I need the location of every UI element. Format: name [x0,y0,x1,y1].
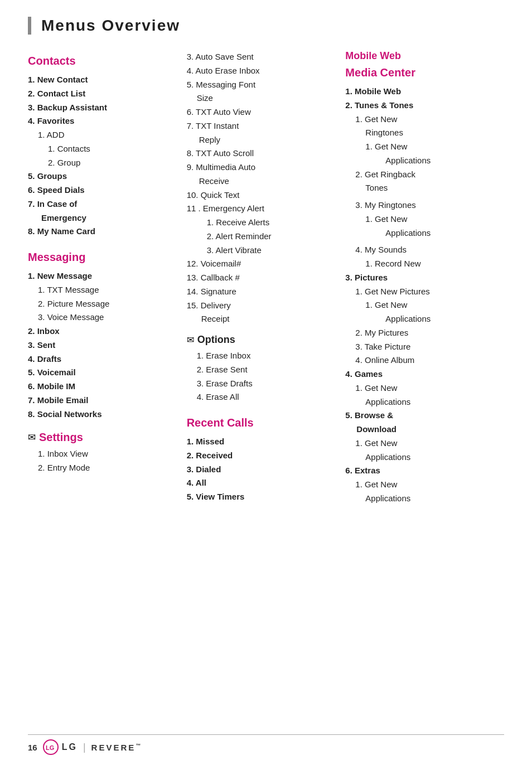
list-item: 2. Picture Message [28,297,176,311]
list-item: 13. Callback # [187,271,335,285]
list-item: 8. Social Networks [28,408,176,422]
list-item: 2. Contact List [28,87,176,101]
list-item: 3. Dialed [187,463,335,477]
list-item: 3. Pictures [345,271,493,285]
list-item: 1. Get NewRingtones [345,113,493,141]
settings-list: 1. Inbox View 2. Entry Mode [28,447,176,475]
recent-calls-section-title: Recent Calls [187,417,335,429]
media-center-list: 1. Mobile Web 2. Tunes & Tones 1. Get Ne… [345,85,493,506]
list-item: 3. Alert Vibrate [187,244,335,258]
page-title: Menus Overview [28,17,504,35]
list-item: 2. Inbox [28,325,176,338]
list-item: 12. Voicemail# [187,257,335,271]
list-item: 1. Get NewApplications [345,381,493,409]
settings-section-title: Settings [39,431,83,444]
list-item: 2. Get RingbackTones [345,168,493,196]
list-item: 4. Online Album [345,354,493,367]
list-item: 5. Voicemail [28,366,176,380]
brand-name-label: LG [62,742,78,752]
contacts-list: 1. New Contact 2. Contact List 3. Backup… [28,73,176,239]
list-item: 3. Voice Message [28,311,176,325]
list-item: 5. Browse &Download [345,409,493,437]
messaging-list: 1. New Message 1. TXT Message 2. Picture… [28,269,176,421]
lg-logo-icon: LG [43,739,59,755]
list-item: 3. My Ringtones [345,198,493,212]
list-item: 1. Record New [345,257,493,271]
list-item: 5. View Timers [187,490,335,504]
list-item: 7. Mobile Email [28,394,176,408]
list-item: 3. Take Picture [345,340,493,354]
list-item: 9. Multimedia AutoReceive [187,161,335,188]
list-item: 1. Get NewApplications [345,212,493,240]
list-item: 1. Receive Alerts [187,216,335,230]
list-item: 8. TXT Auto Scroll [187,147,335,161]
list-item: 2. Alert Reminder [187,230,335,244]
list-item: 1. Get New Pictures [345,285,493,299]
list-item: 4. Games [345,367,493,381]
list-item: 3. Erase Drafts [187,377,335,391]
list-item: 1. TXT Message [28,283,176,297]
list-item: 8. My Name Card [28,225,176,239]
settings-icon: ✉ [28,432,36,443]
options-list: 1. Erase Inbox 2. Erase Sent 3. Erase Dr… [187,349,335,404]
page-footer: 16 LG LG | REVERE™ [28,734,504,755]
list-item: 1. Get NewApplications [345,478,493,506]
column-2: 3. Auto Save Sent 4. Auto Erase Inbox 5.… [187,50,346,504]
list-item: 1. Get NewApplications [345,140,493,168]
messaging-cont-list: 3. Auto Save Sent 4. Auto Erase Inbox 5.… [187,50,335,326]
list-item: 6. TXT Auto View [187,105,335,119]
list-item: 2. Tunes & Tones [345,99,493,113]
model-name-label: REVERE™ [91,743,143,752]
options-icon: ✉ [187,335,194,345]
list-item: 1. New Contact [28,73,176,87]
column-3: Mobile Web Media Center 1. Mobile Web 2.… [345,50,504,506]
list-item: 6. Extras [345,464,493,478]
page-number: 16 [28,743,37,752]
list-item: 1. Inbox View [28,447,176,461]
list-item: 2. Received [187,449,335,463]
contacts-section-title: Contacts [28,55,176,67]
brand-logo: LG LG | REVERE™ [43,739,143,755]
list-item: 3. Auto Save Sent [187,50,335,64]
list-item: 4. Auto Erase Inbox [187,64,335,78]
list-item: 11 . Emergency Alert [187,202,335,216]
list-item: 1. Get NewApplications [345,437,493,464]
list-item: 2. My Pictures [345,326,493,340]
list-item: 7. In Case ofEmergency [28,197,176,225]
list-item: 4. Erase All [187,390,335,404]
list-item: 1. Mobile Web [345,85,493,99]
list-item: 7. TXT InstantReply [187,119,335,147]
list-item: 3. Backup Assistant [28,101,176,115]
list-item: 14. Signature [187,285,335,299]
list-item: 15. DeliveryReceipt [187,299,335,327]
list-item: 4. Drafts [28,352,176,366]
list-item: 4. Favorites [28,114,176,128]
list-item: 2. Group [28,156,176,170]
list-item: 5. Groups [28,170,176,183]
footer-divider: | [83,742,86,753]
list-item: 3. Sent [28,338,176,352]
messaging-section-title: Messaging [28,251,176,264]
options-section-title: Options [197,334,235,346]
list-item: 10. Quick Text [187,188,335,202]
list-item: 2. Entry Mode [28,461,176,475]
list-item: 5. Messaging FontSize [187,78,335,106]
list-item: 2. Erase Sent [187,363,335,377]
mobile-web-inline-title: Mobile Web [345,50,401,62]
list-item: 1. Erase Inbox [187,349,335,363]
list-item: 1. New Message [28,269,176,283]
list-item: 4. All [187,476,335,490]
list-item: 1. Missed [187,435,335,449]
list-item: 1. Contacts [28,142,176,156]
recent-calls-list: 1. Missed 2. Received 3. Dialed 4. All 5… [187,435,335,504]
list-item: 6. Mobile IM [28,380,176,394]
media-center-section-title: Media Center [345,66,493,79]
list-item: 4. My Sounds [345,243,493,257]
svg-text:LG: LG [46,744,54,751]
list-item: 6. Speed Dials [28,183,176,197]
column-1: Contacts 1. New Contact 2. Contact List … [28,50,187,475]
list-item: 1. ADD [28,128,176,142]
list-item: 1. Get NewApplications [345,298,493,326]
